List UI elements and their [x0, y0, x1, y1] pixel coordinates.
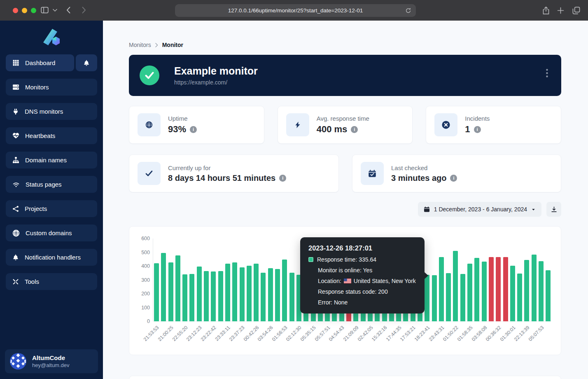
check-icon	[145, 169, 154, 178]
date-range-picker-button[interactable]: 1 December, 2023 - 6 January, 2024	[418, 202, 541, 217]
y-axis-tick: 300	[133, 277, 150, 283]
x-axis-label: 03:58:08	[470, 325, 488, 342]
chart-bar[interactable]	[439, 257, 444, 321]
main-content: Monitors Monitor Example monitor https:/…	[103, 21, 588, 379]
tooltip-rows: Response time: 335.64Monitor is online: …	[308, 256, 416, 306]
chart-bar[interactable]	[460, 274, 465, 321]
chart-bar[interactable]	[254, 264, 259, 321]
stat-card-uptime: Uptime93%i	[129, 106, 264, 144]
chart-controls: 1 December, 2023 - 6 January, 2024	[129, 202, 561, 217]
share-icon[interactable]	[542, 6, 550, 15]
chart-bar[interactable]	[240, 267, 245, 321]
status-card-value: 8 days 14 hours 51 minutes	[168, 173, 275, 183]
chevron-down-icon[interactable]	[53, 9, 57, 12]
monitor-header-card: Example monitor https://example.com/	[129, 55, 561, 96]
sidebar-item-heartbeats[interactable]: Heartbeats	[6, 127, 97, 144]
monitor-menu-kebab-icon[interactable]	[546, 69, 548, 77]
chart-bar[interactable]	[289, 273, 294, 321]
info-icon[interactable]: i	[279, 175, 286, 182]
chart-bar[interactable]	[182, 274, 187, 321]
y-axis-tick: 500	[133, 249, 150, 256]
altumcode-logo[interactable]	[0, 21, 103, 54]
chart-bar[interactable]	[175, 255, 180, 321]
sidebar-item-tools[interactable]: Tools	[6, 273, 97, 290]
sidebar-toggle-icon[interactable]	[41, 6, 49, 14]
chart-bar[interactable]	[503, 257, 508, 321]
chart-bar[interactable]	[282, 260, 287, 321]
y-axis-tick: 0	[133, 318, 150, 325]
chart-bar[interactable]	[211, 271, 216, 321]
breadcrumb-monitors-link[interactable]: Monitors	[129, 42, 151, 48]
sidebar-item-domain-names[interactable]: Domain names	[6, 152, 97, 168]
breadcrumb-chevron-icon	[155, 43, 158, 47]
sidebar-item-status-pages[interactable]: Status pages	[6, 176, 97, 193]
chart-bar[interactable]	[204, 271, 209, 321]
sidebar-item-notification-handlers[interactable]: Notification handlers	[6, 249, 97, 266]
sidebar-item-label: Custom domains	[26, 229, 72, 236]
user-name: AltumCode	[32, 354, 70, 361]
info-icon[interactable]: i	[474, 126, 481, 133]
info-icon[interactable]: i	[351, 126, 358, 133]
sidebar-item-monitors[interactable]: Monitors	[6, 79, 97, 96]
chart-bar[interactable]	[546, 270, 551, 321]
chart-bar[interactable]	[496, 257, 501, 321]
chart-bar[interactable]	[474, 258, 479, 321]
calendar-check-icon	[368, 169, 376, 178]
sidebar-item-dns-monitors[interactable]: DNS monitors	[6, 103, 97, 120]
sidebar-item-custom-domains[interactable]: Custom domains	[6, 225, 97, 241]
chart-bar[interactable]	[453, 251, 458, 321]
info-icon[interactable]: i	[190, 126, 197, 133]
chart-bar[interactable]	[247, 266, 252, 321]
new-tab-plus-icon[interactable]	[557, 7, 564, 14]
chart-bar[interactable]	[225, 264, 230, 321]
chart-bar[interactable]	[218, 271, 223, 321]
x-axis-label: 01:30:01	[499, 325, 516, 342]
back-icon[interactable]	[66, 6, 71, 14]
download-chart-button[interactable]	[546, 202, 561, 217]
chart-bar[interactable]	[510, 266, 515, 321]
chart-bar[interactable]	[432, 275, 437, 321]
chart-bar[interactable]	[425, 275, 429, 321]
chart-bar[interactable]	[268, 268, 273, 321]
chart-x-axis-labels: 21:53:5321:00:2522:55:2023:12:2323:22:42…	[153, 325, 551, 354]
maximize-window-button[interactable]	[31, 8, 36, 13]
chart-bar[interactable]	[517, 274, 522, 321]
minimize-window-button[interactable]	[22, 8, 27, 13]
sidebar-item-projects[interactable]: Projects	[6, 200, 97, 217]
sidebar-item-label: Projects	[25, 205, 47, 212]
user-card[interactable]: AltumCode hey@altum.dev	[5, 349, 98, 373]
chart-bar[interactable]	[261, 273, 266, 321]
chart-bar[interactable]	[161, 253, 166, 321]
chart-bar[interactable]	[275, 269, 280, 321]
status-card-label: Last checked	[391, 164, 457, 171]
next-section-card-partial	[129, 376, 561, 379]
reload-icon[interactable]	[405, 7, 411, 14]
window-controls	[13, 8, 36, 13]
chart-bar[interactable]	[189, 274, 194, 321]
monitor-up-status-icon	[140, 66, 159, 85]
sidebar-item-label: Heartbeats	[25, 132, 55, 139]
chart-bar[interactable]	[168, 262, 173, 321]
info-icon[interactable]: i	[450, 175, 457, 182]
chart-bar[interactable]	[197, 267, 202, 321]
chart-bar[interactable]	[232, 262, 237, 321]
chart-bar[interactable]	[539, 261, 544, 321]
user-email: hey@altum.dev	[32, 362, 70, 368]
chart-bar[interactable]	[446, 273, 451, 321]
address-bar[interactable]: 127.0.0.1/66uptime/monitor/25?start_date…	[175, 4, 416, 17]
chart-bar[interactable]	[489, 257, 494, 321]
sidebar-item-dashboard[interactable]: Dashboard	[6, 54, 74, 71]
tab-overview-icon[interactable]	[572, 7, 580, 14]
notifications-bell-button[interactable]	[76, 54, 97, 71]
status-icon-tile	[361, 162, 384, 185]
close-window-button[interactable]	[13, 8, 18, 13]
chart-bar[interactable]	[482, 262, 487, 321]
chart-bar[interactable]	[524, 260, 529, 321]
chart-bar[interactable]	[532, 255, 537, 321]
chart-bar[interactable]	[467, 264, 472, 321]
tooltip-row-text: United States, New York	[354, 278, 416, 284]
forward-icon[interactable]	[82, 6, 86, 14]
monitor-name: Example monitor	[174, 65, 258, 77]
chart-bar[interactable]	[154, 263, 159, 321]
grid-icon	[12, 59, 19, 66]
